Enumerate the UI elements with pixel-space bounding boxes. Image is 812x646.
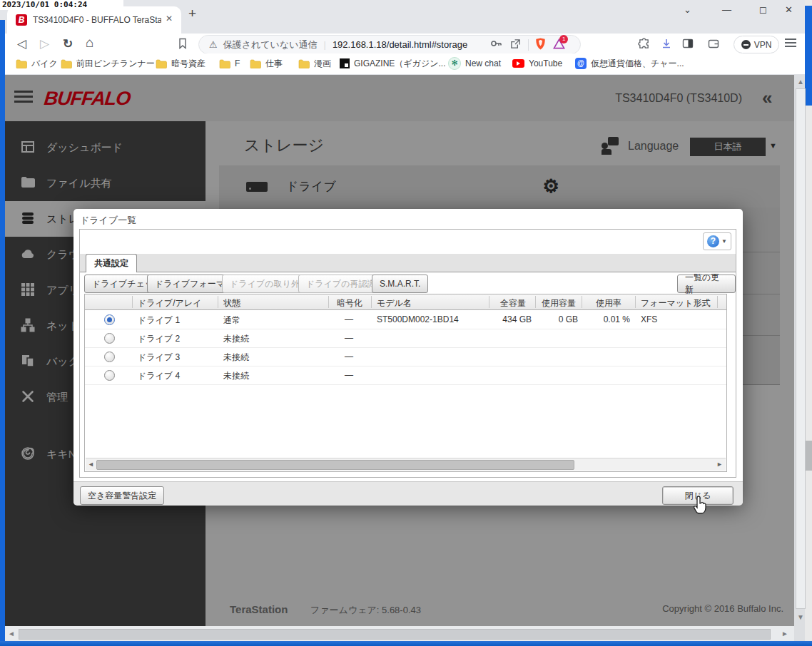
- folder-icon: [298, 59, 310, 68]
- desktop-right-edge: [805, 0, 812, 641]
- free-space-warning-button[interactable]: 空き容量警告設定: [80, 486, 164, 505]
- new-tab-button[interactable]: +: [188, 6, 196, 21]
- table-header-row: ドライブ/アレイ 状態 暗号化 モデル名 全容量 使用容量 使用率 フォーマット…: [85, 294, 726, 310]
- back-icon[interactable]: ◁: [17, 36, 26, 51]
- bookmark-item[interactable]: F: [219, 58, 240, 69]
- bookmark-item[interactable]: 仕事: [250, 58, 283, 69]
- brave-shield-icon[interactable]: [535, 38, 546, 52]
- security-label: 保護されていない通信: [223, 39, 318, 51]
- vpn-label: VPN: [754, 40, 772, 50]
- scroll-up-icon[interactable]: ▲: [797, 78, 804, 86]
- scroll-left-icon[interactable]: ◄: [8, 630, 15, 637]
- scrollbar-thumb[interactable]: [19, 629, 771, 640]
- tab-close-icon[interactable]: ✕: [166, 14, 173, 24]
- wallet-icon[interactable]: [708, 38, 719, 52]
- drive-table: ドライブ/アレイ 状態 暗号化 モデル名 全容量 使用容量 使用率 フォーマット…: [84, 294, 727, 472]
- share-icon[interactable]: [510, 39, 521, 51]
- refresh-list-button[interactable]: 一覧の更新: [677, 275, 736, 293]
- bookmark-item[interactable]: @ 仮想通貨価格、チャー...: [575, 58, 684, 69]
- browser-tab[interactable]: B TS3410D4F0 - BUFFALO TeraStati ✕: [7, 6, 181, 34]
- url-text: 192.168.1.18/detail.html#storage: [333, 39, 467, 50]
- vpn-status-icon: [741, 40, 751, 49]
- table-horizontal-scrollbar[interactable]: ◄ ►: [86, 458, 726, 471]
- table-row[interactable]: ドライブ 3 未接続 —: [85, 347, 726, 366]
- desktop-bottom-edge: [0, 641, 812, 646]
- radio-unselected[interactable]: [104, 333, 115, 344]
- bookmark-item[interactable]: 前田ピンチランナー: [61, 58, 155, 69]
- rewards-badge: 1: [559, 35, 568, 43]
- scroll-right-icon[interactable]: ►: [716, 461, 723, 468]
- radio-selected[interactable]: [104, 314, 115, 325]
- not-secure-warning-icon: ⚠: [209, 39, 218, 50]
- folder-icon: [250, 59, 261, 68]
- scroll-down-icon[interactable]: ▼: [797, 613, 804, 621]
- extensions-puzzle-icon[interactable]: [638, 38, 650, 53]
- sidebar-panel-icon[interactable]: [682, 38, 694, 52]
- home-icon[interactable]: ⌂: [86, 35, 93, 51]
- page-horizontal-scrollbar[interactable]: ◄ ►: [5, 626, 794, 641]
- scroll-right-icon[interactable]: ►: [781, 630, 788, 637]
- scrollbar-thumb[interactable]: [796, 88, 806, 609]
- folder-icon: [219, 59, 230, 68]
- address-divider: |: [323, 39, 325, 50]
- tab-strip: [80, 254, 736, 272]
- table-row[interactable]: ドライブ 4 未接続 —: [85, 366, 726, 385]
- radio-unselected[interactable]: [104, 352, 115, 362]
- help-icon: ?: [707, 235, 719, 247]
- address-separator: [528, 39, 529, 51]
- table-row[interactable]: ドライブ 2 未接続 —: [85, 329, 726, 348]
- window-minimize-button[interactable]: —: [722, 4, 731, 15]
- bookmark-item[interactable]: YouTube: [512, 58, 562, 69]
- tab-common-settings[interactable]: 共通設定: [86, 254, 137, 272]
- address-bar[interactable]: ⚠ 保護されていない通信 | 192.168.1.18/detail.html#…: [198, 35, 581, 54]
- help-button[interactable]: ? ▼: [703, 232, 731, 250]
- scrollbar-thumb[interactable]: [96, 460, 574, 470]
- scroll-left-icon[interactable]: ◄: [88, 461, 94, 468]
- gigazine-icon: [340, 58, 350, 68]
- help-caret-icon: ▼: [721, 238, 727, 245]
- brave-rewards-icon[interactable]: 1: [553, 39, 565, 51]
- page-vertical-scrollbar[interactable]: ▲ ▼: [794, 75, 805, 641]
- window-close-button[interactable]: ✕: [785, 4, 793, 15]
- dialog-title: ドライブ一覧: [80, 214, 136, 227]
- dialog-content: ? ▼ 共通設定 ドライブチェック ドライブフォーマット ドライブの取り外し ド…: [79, 229, 736, 478]
- drive-list-dialog: ドライブ一覧 ? ▼ 共通設定 ドライブチェック ドライブフォーマット ドライブ…: [73, 209, 743, 505]
- folder-icon: [61, 59, 72, 68]
- saved-password-key-icon[interactable]: [490, 38, 502, 51]
- window-maximize-button[interactable]: ☐: [759, 6, 767, 16]
- bookmark-ribbon-icon[interactable]: [178, 38, 187, 52]
- screen-timestamp: 2023/10/01 0:04:24: [0, 0, 123, 10]
- bookmark-item[interactable]: ✻ New chat: [448, 58, 501, 69]
- tab-search-icon[interactable]: ⌄: [684, 4, 691, 15]
- buffalo-favicon-icon: B: [16, 14, 27, 26]
- folder-icon: [156, 59, 167, 68]
- browser-menu-icon[interactable]: [785, 36, 796, 49]
- bookmark-item[interactable]: 漫画: [298, 58, 331, 69]
- folder-icon: [16, 59, 27, 68]
- radio-unselected[interactable]: [104, 370, 115, 381]
- table-row[interactable]: ドライブ 1 通常 — ST500DM002-1BD14 434 GB 0 GB…: [85, 310, 726, 329]
- drive-rediscover-button: ドライブの再認識: [298, 275, 383, 293]
- downloads-icon[interactable]: [661, 38, 672, 52]
- forward-icon[interactable]: ▷: [40, 36, 49, 51]
- youtube-icon: [512, 59, 524, 68]
- bookmark-item[interactable]: 暗号資産: [156, 58, 205, 69]
- desktop-left-edge: [0, 20, 5, 641]
- dialog-footer: [73, 481, 743, 506]
- smart-button[interactable]: S.M.A.R.T.: [372, 275, 428, 293]
- reload-icon[interactable]: ↻: [63, 36, 73, 51]
- vpn-button[interactable]: VPN: [734, 36, 779, 53]
- chatgpt-icon: ✻: [448, 57, 461, 70]
- mouse-cursor-pointer: [693, 496, 709, 516]
- bookmark-item[interactable]: GIGAZINE（ギガジン...: [340, 58, 445, 69]
- crypto-site-icon: @: [575, 58, 587, 69]
- bookmark-item[interactable]: バイク: [16, 58, 58, 69]
- tab-title: TS3410D4F0 - BUFFALO TeraStati: [33, 15, 161, 25]
